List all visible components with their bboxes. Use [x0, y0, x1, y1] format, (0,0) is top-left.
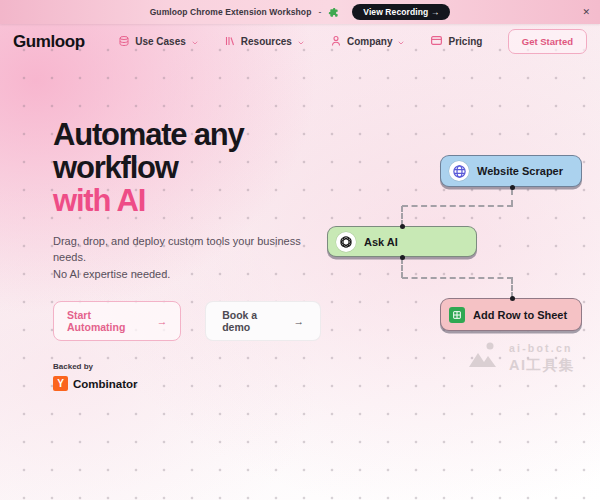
- hero-cta-row: Start Automating → Book a demo →: [53, 301, 321, 341]
- chevron-down-icon: [397, 33, 405, 51]
- nav-bar: Gumloop Use Cases Resources: [0, 24, 600, 59]
- backed-by-label: Backed by: [53, 362, 321, 371]
- connector-dot: [510, 296, 515, 301]
- chrome-extension-puzzle-icon: [328, 7, 339, 18]
- globe-icon: [449, 161, 469, 181]
- banner-dash: -: [318, 7, 321, 17]
- connector-dot: [400, 255, 405, 260]
- connector-line: [511, 189, 513, 206]
- arrow-right-icon: →: [157, 315, 168, 327]
- hero-subtitle-line2: No AI expertise needed.: [53, 266, 305, 283]
- hero-title-line2: workflow: [53, 150, 178, 185]
- openai-icon: [336, 232, 356, 252]
- node-label: Ask AI: [364, 236, 398, 248]
- hero-title-line1: Automate any: [53, 117, 244, 152]
- nav-menu: Use Cases Resources Company: [110, 33, 482, 51]
- nav-item-pricing[interactable]: Pricing: [430, 33, 482, 51]
- hero-subtitle: Drag, drop, and deploy custom tools your…: [53, 233, 305, 283]
- workflow-node-website-scraper[interactable]: Website Scraper: [440, 155, 582, 187]
- nav-item-resources[interactable]: Resources: [224, 33, 305, 51]
- y-combinator-icon: Y: [53, 376, 68, 391]
- gumloop-landing-page: Gumloop Chrome Extension Workshop - View…: [0, 0, 600, 500]
- layers-icon: [118, 33, 130, 51]
- workflow-node-add-row-to-sheet[interactable]: Add Row to Sheet: [440, 298, 582, 331]
- connector-line: [402, 277, 513, 279]
- watermark-line1: ai-bot.cn: [509, 342, 575, 354]
- book-a-demo-button[interactable]: Book a demo →: [205, 301, 321, 341]
- close-icon[interactable]: ✕: [580, 6, 592, 19]
- sheets-icon: [449, 307, 465, 323]
- hero-title: Automate any workflow with AI: [53, 119, 321, 218]
- gumloop-logo[interactable]: Gumloop: [13, 32, 85, 52]
- connector-line: [511, 278, 513, 298]
- person-icon: [330, 33, 342, 51]
- watermark-logo-icon: [468, 341, 502, 375]
- nav-item-label: Pricing: [448, 36, 482, 47]
- chevron-down-icon: [191, 33, 199, 51]
- backed-by-block: Backed by Y Combinator: [53, 362, 321, 391]
- nav-item-label: Company: [347, 36, 393, 47]
- workflow-node-ask-ai[interactable]: Ask AI: [327, 226, 477, 257]
- y-combinator-name: Combinator: [73, 378, 138, 390]
- card-icon: [430, 33, 443, 51]
- start-automating-button[interactable]: Start Automating →: [53, 301, 181, 341]
- books-icon: [224, 33, 236, 51]
- arrow-right-icon: →: [294, 315, 305, 327]
- start-automating-label: Start Automating: [67, 309, 144, 333]
- hero-section: Automate any workflow with AI Drag, drop…: [53, 119, 321, 391]
- watermark: ai-bot.cn AI工具集: [468, 341, 575, 375]
- announcement-banner: Gumloop Chrome Extension Workshop - View…: [0, 0, 600, 24]
- watermark-line2: AI工具集: [509, 356, 575, 375]
- node-label: Website Scraper: [477, 165, 563, 177]
- nav-item-label: Resources: [241, 36, 292, 47]
- connector-dot: [400, 224, 405, 229]
- nav-item-label: Use Cases: [135, 36, 186, 47]
- y-combinator-badge: Y Combinator: [53, 376, 321, 391]
- hero-subtitle-line1: Drag, drop, and deploy custom tools your…: [53, 233, 305, 266]
- nav-item-company[interactable]: Company: [330, 33, 406, 51]
- chevron-down-icon: [297, 33, 305, 51]
- banner-text: Gumloop Chrome Extension Workshop: [150, 7, 312, 17]
- get-started-button[interactable]: Get Started: [508, 29, 587, 54]
- view-recording-button[interactable]: View Recording →: [352, 4, 450, 20]
- connector-line: [401, 258, 403, 278]
- hero-title-accent: with AI: [53, 183, 145, 218]
- nav-item-use-cases[interactable]: Use Cases: [118, 33, 199, 51]
- connector-line: [402, 205, 513, 207]
- book-a-demo-label: Book a demo: [222, 309, 281, 333]
- node-label: Add Row to Sheet: [473, 309, 567, 321]
- connector-dot: [510, 185, 515, 190]
- watermark-text: ai-bot.cn AI工具集: [509, 342, 575, 375]
- connector-line: [401, 206, 403, 226]
